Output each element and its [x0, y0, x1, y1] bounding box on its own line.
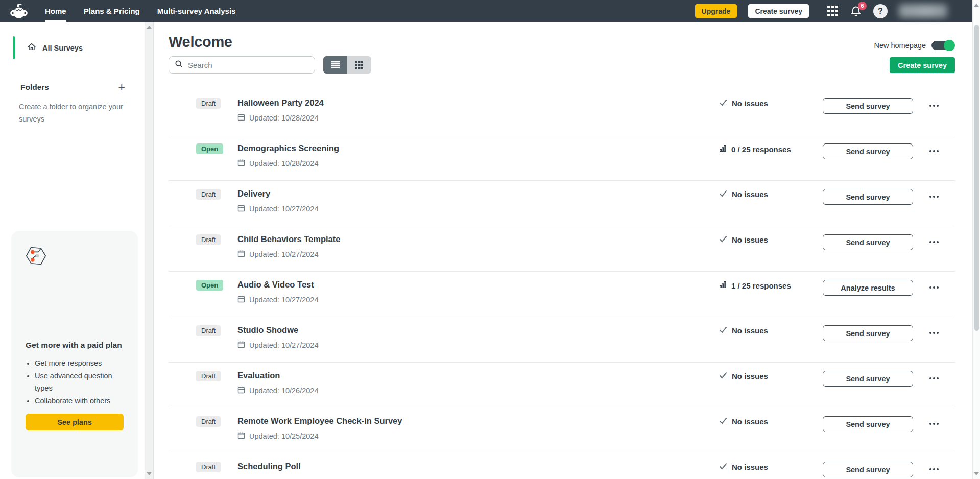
- list-controls-row: Create survey: [169, 56, 955, 74]
- promo-title: Get more with a paid plan: [26, 341, 124, 350]
- create-survey-button[interactable]: Create survey: [890, 57, 955, 73]
- nav-item-multi-survey-analysis[interactable]: Multi-survey Analysis: [157, 0, 236, 22]
- row-menu-ellipsis-button[interactable]: [927, 148, 941, 154]
- new-homepage-toggle[interactable]: [931, 41, 954, 50]
- scroll-down-arrow-icon[interactable]: [974, 472, 979, 475]
- survey-status-text: No issues: [732, 372, 768, 380]
- folders-title: Folders: [20, 83, 49, 92]
- row-menu-ellipsis-button[interactable]: [927, 103, 941, 109]
- survey-action-button[interactable]: Send survey: [823, 189, 913, 205]
- search-input[interactable]: [188, 61, 309, 69]
- badge-column: Open: [196, 143, 237, 154]
- main-scrollbar[interactable]: [972, 0, 980, 479]
- sidebar-item-all-surveys[interactable]: All Surveys: [0, 36, 145, 60]
- list-view-button[interactable]: [323, 56, 347, 74]
- calendar-icon: [237, 113, 245, 123]
- account-menu-blurred[interactable]: [899, 4, 947, 18]
- action-column: Send survey: [823, 143, 913, 159]
- notification-count-badge: 6: [858, 2, 867, 10]
- survey-action-button[interactable]: Send survey: [823, 416, 913, 432]
- nav-item-home[interactable]: Home: [45, 0, 66, 22]
- survey-title-link[interactable]: Remote Work Employee Check-in Survey: [237, 416, 402, 426]
- see-plans-button[interactable]: See plans: [26, 414, 124, 430]
- survey-title-link[interactable]: Halloween Party 2024: [237, 98, 324, 108]
- monkey-logo-icon[interactable]: [9, 3, 29, 20]
- survey-updated-text: Updated: 10/28/2024: [249, 114, 318, 122]
- calendar-icon: [237, 386, 245, 395]
- menu-column: [913, 416, 955, 427]
- survey-title-link[interactable]: Delivery: [237, 189, 270, 199]
- scroll-down-arrow-icon[interactable]: [147, 472, 152, 475]
- scroll-up-arrow-icon[interactable]: [147, 26, 152, 29]
- survey-title-link[interactable]: Scheduling Poll: [237, 462, 301, 471]
- survey-status-text: No issues: [732, 463, 768, 471]
- check-icon: [719, 326, 727, 335]
- survey-action-button[interactable]: Analyze results: [823, 280, 913, 296]
- paid-plan-promo-card: Get more with a paid plan Get more respo…: [11, 231, 138, 477]
- survey-updated-row: Updated: 10/27/2024: [237, 250, 719, 259]
- primary-nav: Home Plans & Pricing Multi-survey Analys…: [45, 0, 253, 22]
- survey-action-button[interactable]: Send survey: [823, 371, 913, 387]
- survey-action-button[interactable]: Send survey: [823, 462, 913, 477]
- survey-updated-row: Updated: 10/26/2024: [237, 386, 719, 395]
- survey-updated-text: Updated: 10/28/2024: [249, 159, 318, 167]
- nav-create-survey-button[interactable]: Create survey: [748, 4, 809, 18]
- main-content: Welcome New homepage: [154, 22, 972, 479]
- status-column: 1 / 25 responses: [719, 281, 823, 290]
- survey-row: Draft Evaluation Updated: 10/26/2024: [169, 363, 955, 408]
- survey-updated-row: Updated: 10/28/2024: [237, 159, 719, 168]
- survey-title-link[interactable]: Studio Shodwe: [237, 325, 298, 335]
- promo-bullet-list: Get more responsesUse advanced question …: [35, 357, 124, 407]
- row-menu-ellipsis-button[interactable]: [927, 239, 941, 245]
- status-column: No issues: [719, 99, 823, 108]
- survey-title-link[interactable]: Audio & Video Test: [237, 280, 314, 290]
- survey-action-button[interactable]: Send survey: [823, 143, 913, 159]
- survey-action-button[interactable]: Send survey: [823, 325, 913, 341]
- waffle-grid-icon[interactable]: [827, 6, 839, 17]
- add-folder-button[interactable]: +: [118, 83, 125, 92]
- survey-updated-text: Updated: 10/27/2024: [249, 341, 318, 349]
- survey-status-text: 1 / 25 responses: [731, 281, 791, 290]
- notifications-bell-icon[interactable]: 6: [850, 5, 862, 17]
- row-menu-ellipsis-button[interactable]: [927, 421, 941, 427]
- survey-action-button[interactable]: Send survey: [823, 234, 913, 250]
- help-icon[interactable]: ?: [873, 4, 888, 18]
- row-menu-ellipsis-button[interactable]: [927, 330, 941, 336]
- grid-view-button[interactable]: [347, 56, 371, 74]
- upgrade-button[interactable]: Upgrade: [695, 4, 737, 18]
- row-menu-ellipsis-button[interactable]: [927, 284, 941, 291]
- scrollbar-thumb[interactable]: [974, 25, 979, 331]
- page-title: Welcome: [169, 34, 955, 51]
- search-icon: [175, 60, 183, 70]
- title-column: Scheduling Poll: [237, 462, 719, 479]
- survey-status-badge: Open: [196, 143, 223, 154]
- survey-updated-text: Updated: 10/27/2024: [249, 296, 318, 304]
- survey-updated-row: Updated: 10/27/2024: [237, 295, 719, 304]
- scroll-up-arrow-icon[interactable]: [974, 4, 979, 7]
- row-menu-ellipsis-button[interactable]: [927, 375, 941, 381]
- survey-updated-row: Updated: 10/27/2024: [237, 204, 719, 213]
- survey-title-link[interactable]: Evaluation: [237, 371, 280, 380]
- check-icon: [719, 99, 727, 108]
- search-box: [169, 56, 315, 74]
- sidebar-scrollbar[interactable]: [145, 22, 154, 479]
- survey-title-link[interactable]: Demographics Screening: [237, 143, 339, 153]
- promo-bullet: Collaborate with others: [35, 395, 124, 407]
- sidebar: All Surveys Folders + Create a folder to…: [0, 22, 145, 479]
- row-menu-ellipsis-button[interactable]: [927, 194, 941, 200]
- survey-status-badge: Draft: [196, 234, 221, 245]
- survey-title-link[interactable]: Child Behaviors Template: [237, 234, 340, 244]
- survey-status-badge: Draft: [196, 98, 221, 109]
- title-column: Evaluation Updated: 10/26/2024: [237, 371, 719, 395]
- survey-action-button[interactable]: Send survey: [823, 98, 913, 114]
- survey-updated-row: Updated: 10/27/2024: [237, 341, 719, 350]
- hexagon-cube-icon: [26, 246, 124, 268]
- status-column: No issues: [719, 372, 823, 380]
- action-column: Send survey: [823, 189, 913, 205]
- title-column: Remote Work Employee Check-in Survey Upd…: [237, 416, 719, 441]
- row-menu-ellipsis-button[interactable]: [927, 466, 941, 472]
- title-column: Studio Shodwe Updated: 10/27/2024: [237, 325, 719, 350]
- view-mode-toggle: [323, 56, 371, 74]
- survey-status-badge: Draft: [196, 189, 221, 200]
- nav-item-plans-pricing[interactable]: Plans & Pricing: [84, 0, 140, 22]
